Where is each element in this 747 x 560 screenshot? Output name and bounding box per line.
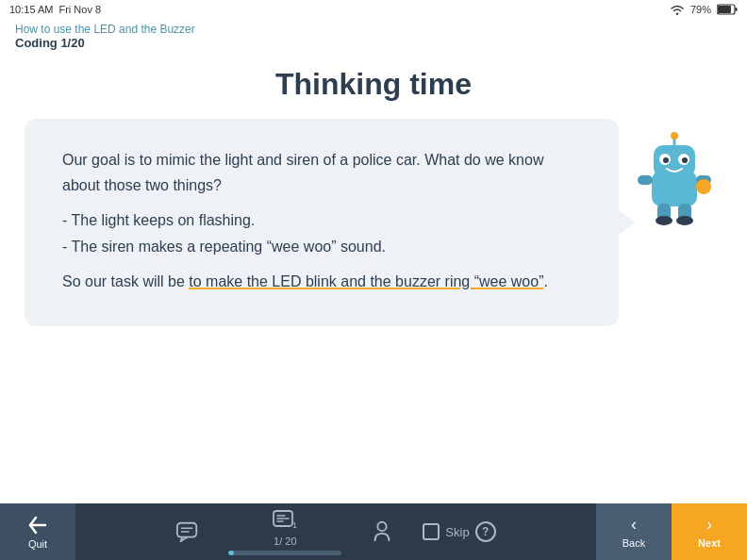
content-card: Our goal is to mimic the light and siren… (25, 119, 619, 326)
skip-checkbox[interactable] (423, 523, 440, 540)
svg-point-27 (378, 522, 387, 531)
chat-icon (175, 519, 200, 544)
status-left: 10:15 AM Fri Nov 8 (9, 4, 101, 15)
quit-icon (27, 515, 48, 535)
quit-button[interactable]: Quit (0, 503, 75, 560)
robot-container (628, 119, 722, 232)
help-button[interactable]: ? (475, 521, 496, 542)
svg-point-10 (671, 132, 678, 140)
character-button[interactable] (370, 519, 394, 544)
svg-rect-2 (736, 8, 738, 11)
back-label: Back (622, 537, 645, 549)
status-bar: 10:15 AM Fri Nov 8 79% (0, 0, 747, 19)
next-label: Next (698, 537, 721, 549)
hint-icon: 1 (272, 509, 298, 532)
svg-rect-19 (177, 523, 196, 537)
svg-rect-1 (718, 6, 731, 13)
progress-area: 1 1/ 20 (228, 509, 341, 555)
main-content: Thinking time Our goal is to mimic the l… (0, 58, 747, 326)
back-button[interactable]: ‹ Back (596, 503, 672, 560)
skip-area[interactable]: Skip ? (423, 521, 495, 542)
para1-text: Our goal is to mimic the light and siren… (62, 152, 543, 193)
character-icon (370, 519, 394, 544)
card-bullet1: - The light keeps on flashing. (62, 207, 581, 233)
nav-middle: 1 1/ 20 Skip ? (75, 509, 596, 555)
svg-point-15 (656, 216, 672, 225)
highlighted-text: to make the LED blink and the buzzer rin… (189, 273, 543, 289)
card-bullet2: - The siren makes a repeating “wee woo” … (62, 234, 581, 259)
back-icon: ‹ (631, 515, 637, 535)
sentence-before: So our task will be (62, 273, 189, 289)
progress-bar (228, 551, 341, 555)
status-right: 79% (670, 4, 738, 15)
lesson-label: Coding 1/20 (15, 36, 732, 50)
card-paragraph1: Our goal is to mimic the light and siren… (62, 147, 581, 198)
skip-label: Skip (445, 525, 469, 539)
time: 10:15 AM (9, 4, 53, 15)
card-area: Our goal is to mimic the light and siren… (25, 119, 722, 326)
page-title: Thinking time (275, 67, 472, 102)
bottom-nav: Quit 1 1/ 20 (0, 503, 747, 560)
day: Fri Nov 8 (58, 4, 101, 15)
robot-character (633, 128, 718, 232)
svg-point-7 (663, 157, 669, 163)
next-button[interactable]: › Next (672, 503, 747, 560)
svg-point-8 (682, 157, 688, 163)
quit-label: Quit (28, 538, 47, 550)
svg-point-16 (676, 216, 693, 225)
battery: 79% (690, 4, 711, 15)
battery-icon (717, 4, 738, 15)
svg-point-17 (696, 179, 711, 194)
svg-rect-11 (638, 175, 653, 185)
progress-bar-fill (228, 551, 234, 555)
wifi-icon (670, 4, 685, 15)
sentence-after: . (543, 273, 547, 289)
svg-text:1: 1 (292, 520, 297, 530)
course-title: How to use the LED and the Buzzer (15, 23, 732, 36)
card-sentence: So our task will be to make the LED blin… (62, 269, 581, 294)
next-icon: › (706, 515, 712, 535)
chat-button[interactable] (175, 519, 200, 544)
progress-label: 1/ 20 (274, 535, 296, 547)
header: How to use the LED and the Buzzer Coding… (0, 19, 747, 58)
